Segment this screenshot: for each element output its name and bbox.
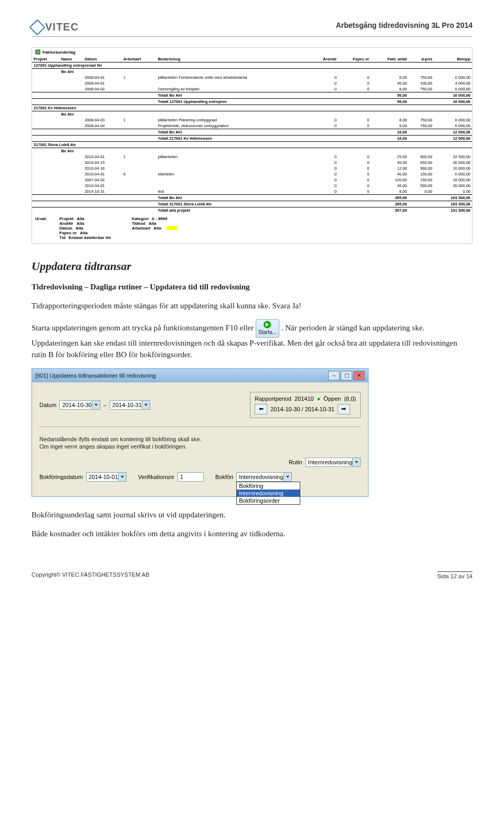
option-internredovisning[interactable]: Internredovisning bbox=[237, 490, 300, 497]
prev-period-button[interactable]: ⬅ bbox=[255, 404, 267, 414]
ver-label: Verifikationsnr bbox=[138, 474, 174, 480]
period-status2: (8,0) bbox=[344, 396, 356, 402]
bokforing-label: Bokföri bbox=[215, 474, 233, 480]
rapport-value: 201410 bbox=[295, 396, 314, 402]
close-button[interactable]: ✕ bbox=[353, 371, 365, 380]
rutin-select[interactable]: Internredovisning bbox=[306, 457, 361, 467]
bokforing-dropdown[interactable]: Bokföring Internredovisning Bokföringsor… bbox=[236, 482, 300, 505]
logo-text: VITEC bbox=[45, 21, 79, 33]
ver-input[interactable] bbox=[177, 472, 204, 482]
para-start: Starta uppdateringen genom att trycka på… bbox=[32, 319, 472, 361]
page-number: Sida 12 av 14 bbox=[437, 571, 472, 579]
datum-label: Datum bbox=[39, 402, 56, 408]
option-bokforingsorder[interactable]: Bokföringsorder bbox=[237, 497, 300, 504]
minimize-button[interactable]: – bbox=[328, 371, 340, 380]
option-bokforing[interactable]: Bokföring bbox=[237, 482, 300, 490]
para-kostnader: Både kostnader och intäkter bokförs om d… bbox=[32, 528, 472, 540]
para-close-period: Tidrapporteringsperioden måste stängas f… bbox=[32, 300, 472, 312]
para3a: Starta uppdateringen genom att trycka på… bbox=[32, 324, 256, 332]
play-icon bbox=[264, 321, 271, 328]
bokdatum-label: Bokföringsdatum bbox=[39, 474, 83, 480]
period-nav: Rapportperiod 201410 ● Öppen (8,0) ⬅ 201… bbox=[250, 392, 361, 418]
report-title: Fakturaunderlag bbox=[32, 48, 472, 56]
copyright: Copyright© VITEC FASTIGHETSSYSTEM AB bbox=[32, 571, 150, 579]
start-button[interactable]: Starta... bbox=[256, 319, 279, 338]
dialog-titlebar: [901] Uppdatera tidtransaktioner till re… bbox=[32, 369, 368, 382]
next-period-button[interactable]: ➡ bbox=[338, 404, 350, 414]
para-journal: Bokföringsunderlag samt journal skrivs u… bbox=[32, 509, 472, 521]
bokforing-select[interactable]: Internredovisning bbox=[236, 472, 291, 482]
note-line2: Om inget vernr anges skapas inget verifi… bbox=[39, 443, 361, 450]
rapport-label: Rapportperiod bbox=[255, 396, 291, 402]
dialog-title: [901] Uppdatera tidtransaktioner till re… bbox=[35, 372, 156, 379]
logo: VITEC bbox=[32, 21, 79, 33]
section-heading: Uppdatera tidtransar bbox=[32, 259, 472, 273]
report-fakturaunderlag: Fakturaunderlag ProjektNamnDatumArbetsar… bbox=[32, 47, 472, 244]
page-header: VITEC Arbetsgång tidredovisning 3L Pro 2… bbox=[32, 21, 472, 37]
report-icon bbox=[35, 49, 40, 55]
period-status: Öppen bbox=[323, 396, 341, 402]
rutin-label: Rutin bbox=[289, 459, 302, 465]
note-line1: Nedanstående ifylls endast om kontering … bbox=[39, 435, 361, 443]
svg-rect-0 bbox=[36, 50, 40, 54]
date-from-input[interactable]: 2014-10-30 bbox=[59, 400, 100, 410]
logo-icon bbox=[29, 19, 45, 35]
update-dialog: [901] Uppdatera tidtransaktioner till re… bbox=[32, 368, 369, 497]
report-footer: Urval:Projekt AllaAnstNr AllaDatum AllaF… bbox=[32, 213, 472, 243]
start-label: Starta... bbox=[258, 329, 277, 335]
report-table: ProjektNamnDatumArbetsartBeskrivningÄren… bbox=[32, 56, 472, 213]
bokdatum-input[interactable]: 2014-10-01 bbox=[86, 472, 127, 482]
header-title: Arbetsgång tidredovisning 3L Pro 2014 bbox=[336, 21, 472, 29]
nav-path: Tidredovisning – Dagliga rutiner – Uppda… bbox=[32, 282, 472, 293]
date-to-input[interactable]: 2014-10-31 bbox=[110, 400, 150, 410]
maximize-button[interactable]: ▢ bbox=[341, 371, 352, 380]
period-range: 2014-10-30 / 2014-10-31 bbox=[270, 406, 334, 412]
report-title-text: Fakturaunderlag bbox=[43, 50, 76, 55]
page-footer: Copyright© VITEC FASTIGHETSSYSTEM AB Sid… bbox=[32, 571, 472, 579]
